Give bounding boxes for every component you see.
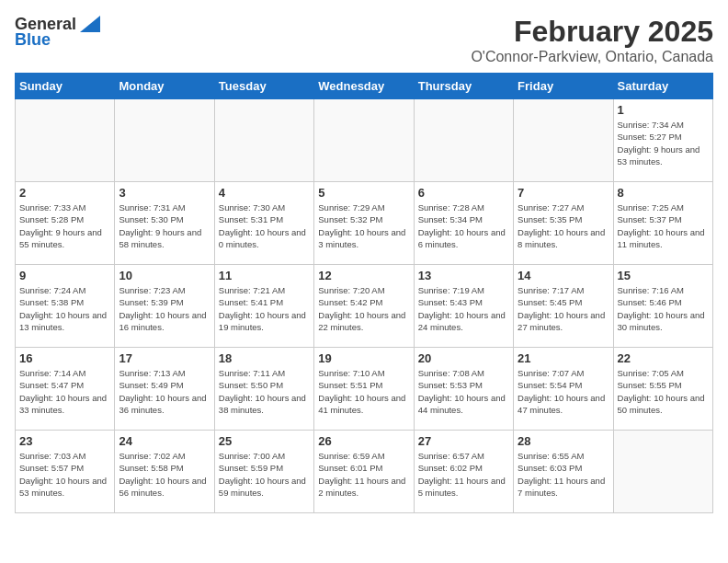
day-cell: 13Sunrise: 7:19 AM Sunset: 5:43 PM Dayli…	[414, 265, 513, 348]
day-cell	[314, 99, 414, 182]
logo-blue: Blue	[15, 30, 51, 50]
day-info: Sunrise: 7:08 AM Sunset: 5:53 PM Dayligh…	[418, 367, 509, 416]
day-number: 28	[518, 434, 609, 448]
day-number: 25	[219, 434, 310, 448]
day-cell: 11Sunrise: 7:21 AM Sunset: 5:41 PM Dayli…	[214, 265, 313, 348]
day-info: Sunrise: 7:34 AM Sunset: 5:27 PM Dayligh…	[618, 119, 709, 167]
day-number: 19	[318, 351, 409, 365]
day-info: Sunrise: 7:33 AM Sunset: 5:28 PM Dayligh…	[19, 201, 110, 250]
day-cell: 24Sunrise: 7:02 AM Sunset: 5:58 PM Dayli…	[115, 431, 214, 513]
day-number: 9	[19, 269, 110, 282]
day-info: Sunrise: 7:27 AM Sunset: 5:35 PM Dayligh…	[518, 201, 609, 250]
day-cell	[613, 431, 712, 513]
day-cell: 15Sunrise: 7:16 AM Sunset: 5:46 PM Dayli…	[613, 265, 712, 348]
day-cell: 3Sunrise: 7:31 AM Sunset: 5:30 PM Daylig…	[115, 182, 214, 265]
week-row-4: 16Sunrise: 7:14 AM Sunset: 5:47 PM Dayli…	[16, 348, 713, 431]
day-info: Sunrise: 6:57 AM Sunset: 6:02 PM Dayligh…	[418, 450, 509, 499]
day-number: 6	[418, 186, 509, 200]
day-info: Sunrise: 7:10 AM Sunset: 5:51 PM Dayligh…	[318, 367, 409, 416]
day-number: 8	[618, 186, 709, 200]
day-number: 17	[119, 351, 210, 365]
day-info: Sunrise: 7:28 AM Sunset: 5:34 PM Dayligh…	[418, 201, 509, 250]
day-number: 21	[518, 351, 609, 365]
day-info: Sunrise: 7:19 AM Sunset: 5:43 PM Dayligh…	[418, 284, 509, 333]
day-info: Sunrise: 7:02 AM Sunset: 5:58 PM Dayligh…	[119, 450, 210, 499]
weekday-friday: Friday	[514, 74, 613, 99]
day-info: Sunrise: 7:24 AM Sunset: 5:38 PM Dayligh…	[19, 284, 110, 333]
day-number: 7	[518, 186, 609, 200]
week-row-1: 1Sunrise: 7:34 AM Sunset: 5:27 PM Daylig…	[16, 99, 713, 182]
day-cell: 4Sunrise: 7:30 AM Sunset: 5:31 PM Daylig…	[214, 182, 313, 265]
location-title: O'Connor-Parkview, Ontario, Canada	[471, 49, 713, 65]
day-info: Sunrise: 7:00 AM Sunset: 5:59 PM Dayligh…	[219, 450, 310, 499]
svg-marker-0	[80, 16, 100, 32]
day-info: Sunrise: 7:23 AM Sunset: 5:39 PM Dayligh…	[119, 284, 210, 333]
day-number: 5	[318, 186, 409, 200]
day-cell: 26Sunrise: 6:59 AM Sunset: 6:01 PM Dayli…	[314, 431, 414, 513]
day-cell	[514, 99, 613, 182]
day-cell: 28Sunrise: 6:55 AM Sunset: 6:03 PM Dayli…	[514, 431, 613, 513]
day-cell: 10Sunrise: 7:23 AM Sunset: 5:39 PM Dayli…	[115, 265, 214, 348]
day-cell: 20Sunrise: 7:08 AM Sunset: 5:53 PM Dayli…	[414, 348, 513, 431]
day-info: Sunrise: 6:59 AM Sunset: 6:01 PM Dayligh…	[318, 450, 409, 499]
day-info: Sunrise: 7:14 AM Sunset: 5:47 PM Dayligh…	[19, 367, 110, 416]
weekday-thursday: Thursday	[414, 74, 513, 99]
day-number: 18	[219, 351, 310, 365]
week-row-2: 2Sunrise: 7:33 AM Sunset: 5:28 PM Daylig…	[16, 182, 713, 265]
day-cell: 12Sunrise: 7:20 AM Sunset: 5:42 PM Dayli…	[314, 265, 414, 348]
title-area: February 2025 O'Connor-Parkview, Ontario…	[471, 15, 713, 65]
day-cell: 16Sunrise: 7:14 AM Sunset: 5:47 PM Dayli…	[16, 348, 115, 431]
day-number: 15	[618, 269, 709, 282]
day-info: Sunrise: 7:30 AM Sunset: 5:31 PM Dayligh…	[219, 201, 310, 250]
day-info: Sunrise: 7:20 AM Sunset: 5:42 PM Dayligh…	[318, 284, 409, 333]
day-cell: 22Sunrise: 7:05 AM Sunset: 5:55 PM Dayli…	[613, 348, 712, 431]
day-info: Sunrise: 6:55 AM Sunset: 6:03 PM Dayligh…	[518, 450, 609, 499]
week-row-3: 9Sunrise: 7:24 AM Sunset: 5:38 PM Daylig…	[16, 265, 713, 348]
weekday-sunday: Sunday	[16, 74, 115, 99]
day-cell: 19Sunrise: 7:10 AM Sunset: 5:51 PM Dayli…	[314, 348, 414, 431]
day-info: Sunrise: 7:03 AM Sunset: 5:57 PM Dayligh…	[19, 450, 110, 499]
weekday-header: SundayMondayTuesdayWednesdayThursdayFrid…	[16, 74, 713, 99]
day-cell: 6Sunrise: 7:28 AM Sunset: 5:34 PM Daylig…	[414, 182, 513, 265]
header: General Blue February 2025 O'Connor-Park…	[15, 15, 713, 65]
day-number: 4	[219, 186, 310, 200]
day-number: 3	[119, 186, 210, 200]
day-info: Sunrise: 7:17 AM Sunset: 5:45 PM Dayligh…	[518, 284, 609, 333]
month-title: February 2025	[471, 15, 713, 49]
day-number: 22	[618, 351, 709, 365]
day-info: Sunrise: 7:05 AM Sunset: 5:55 PM Dayligh…	[618, 367, 709, 416]
day-cell: 25Sunrise: 7:00 AM Sunset: 5:59 PM Dayli…	[214, 431, 313, 513]
day-number: 1	[618, 103, 709, 117]
day-number: 26	[318, 434, 409, 448]
day-cell: 5Sunrise: 7:29 AM Sunset: 5:32 PM Daylig…	[314, 182, 414, 265]
day-number: 14	[518, 269, 609, 282]
logo: General Blue	[15, 15, 100, 50]
week-row-5: 23Sunrise: 7:03 AM Sunset: 5:57 PM Dayli…	[16, 431, 713, 513]
weekday-tuesday: Tuesday	[214, 74, 313, 99]
day-number: 2	[19, 186, 110, 200]
day-info: Sunrise: 7:13 AM Sunset: 5:49 PM Dayligh…	[119, 367, 210, 416]
day-number: 20	[418, 351, 509, 365]
day-info: Sunrise: 7:25 AM Sunset: 5:37 PM Dayligh…	[618, 201, 709, 250]
day-cell: 9Sunrise: 7:24 AM Sunset: 5:38 PM Daylig…	[16, 265, 115, 348]
day-number: 11	[219, 269, 310, 282]
day-cell	[16, 99, 115, 182]
day-cell: 17Sunrise: 7:13 AM Sunset: 5:49 PM Dayli…	[115, 348, 214, 431]
day-number: 10	[119, 269, 210, 282]
weekday-wednesday: Wednesday	[314, 74, 414, 99]
day-number: 24	[119, 434, 210, 448]
calendar: SundayMondayTuesdayWednesdayThursdayFrid…	[15, 73, 713, 513]
day-number: 12	[318, 269, 409, 282]
day-cell: 7Sunrise: 7:27 AM Sunset: 5:35 PM Daylig…	[514, 182, 613, 265]
day-cell: 8Sunrise: 7:25 AM Sunset: 5:37 PM Daylig…	[613, 182, 712, 265]
day-cell: 18Sunrise: 7:11 AM Sunset: 5:50 PM Dayli…	[214, 348, 313, 431]
day-cell: 1Sunrise: 7:34 AM Sunset: 5:27 PM Daylig…	[613, 99, 712, 182]
day-number: 13	[418, 269, 509, 282]
day-info: Sunrise: 7:11 AM Sunset: 5:50 PM Dayligh…	[219, 367, 310, 416]
day-cell: 27Sunrise: 6:57 AM Sunset: 6:02 PM Dayli…	[414, 431, 513, 513]
day-info: Sunrise: 7:29 AM Sunset: 5:32 PM Dayligh…	[318, 201, 409, 250]
day-cell: 14Sunrise: 7:17 AM Sunset: 5:45 PM Dayli…	[514, 265, 613, 348]
day-cell: 21Sunrise: 7:07 AM Sunset: 5:54 PM Dayli…	[514, 348, 613, 431]
day-cell: 23Sunrise: 7:03 AM Sunset: 5:57 PM Dayli…	[16, 431, 115, 513]
weekday-saturday: Saturday	[613, 74, 712, 99]
